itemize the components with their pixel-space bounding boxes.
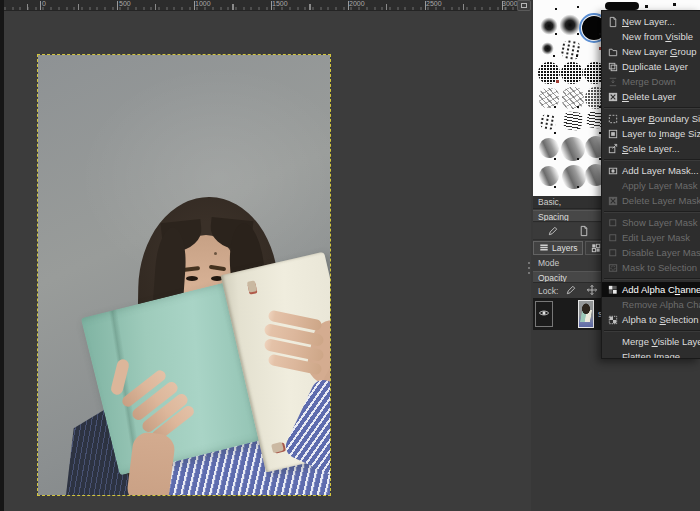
menu-item-label: Add Alpha Channel xyxy=(622,284,700,295)
delete-layer-mask-icon xyxy=(607,195,619,207)
layer-to-image-icon xyxy=(606,128,619,140)
layer-visibility-toggle[interactable] xyxy=(535,301,553,327)
layer-boundary-icon xyxy=(607,113,619,125)
menu-item-remove-alpha-channel: Remove Alpha Channel xyxy=(602,297,700,312)
duplicate-layer-icon xyxy=(606,61,619,73)
menu-item-delete-layer[interactable]: Delete Layer xyxy=(602,89,700,104)
photo-eye-left xyxy=(186,276,198,281)
menu-item-label: Disable Layer Mask xyxy=(622,247,700,258)
layer-to-image-icon xyxy=(607,128,619,140)
scale-layer-icon xyxy=(606,143,619,155)
brush-swatch-dot xyxy=(576,55,578,57)
menu-item-label: Delete Layer Mask xyxy=(622,195,700,206)
menu-item-label: Remove Alpha Channel xyxy=(622,299,700,310)
menu-item-label: New from Visible xyxy=(622,31,693,42)
menu-item-add-alpha-channel[interactable]: Add Alpha Channel xyxy=(602,282,700,297)
menu-item-apply-layer-mask: Apply Layer Mask xyxy=(602,178,700,193)
menu-item-layer-to-image-size[interactable]: Layer to Image Size xyxy=(602,126,700,141)
ruler-label-0: 0 xyxy=(42,0,46,8)
menu-item-duplicate-layer[interactable]: Duplicate Layer xyxy=(602,59,700,74)
mask-to-selection-icon xyxy=(607,262,619,274)
channels-tab-icon xyxy=(590,242,602,254)
menu-item-label: Apply Layer Mask xyxy=(622,180,698,191)
menu-item-label: Show Layer Mask xyxy=(622,217,698,228)
menu-item-label: Layer Boundary Size... xyxy=(622,113,700,124)
brush-swatch-dot xyxy=(554,158,556,160)
brush-swatch-dot xyxy=(555,33,557,35)
brush-swatch-scatter[interactable] xyxy=(559,38,582,61)
layer-boundary-icon xyxy=(606,113,619,125)
menu-separator xyxy=(602,156,700,163)
merge-down-icon xyxy=(606,76,619,88)
menu-item-alpha-to-selection[interactable]: Alpha to Selection xyxy=(602,312,700,327)
new-layer-group-icon xyxy=(607,46,619,58)
edit-brush-icon xyxy=(547,225,559,237)
brush-swatch-vine[interactable] xyxy=(563,111,583,131)
add-alpha-icon xyxy=(607,284,619,296)
dock-resize-grip[interactable] xyxy=(528,262,531,278)
edit-brush-button[interactable] xyxy=(542,224,564,238)
menu-item-flatten-image[interactable]: Flatten Image xyxy=(602,349,700,359)
paintbrush-icon xyxy=(565,284,577,296)
lock-move-toggle[interactable] xyxy=(586,284,598,298)
merge-down-icon xyxy=(607,76,619,88)
checkbox-icon xyxy=(606,232,619,244)
menu-item-show-layer-mask: Show Layer Mask xyxy=(602,215,700,230)
lock-paintbrush-toggle[interactable] xyxy=(565,284,577,298)
layer-thumbnail[interactable] xyxy=(578,300,594,328)
tab-layers[interactable]: Layers xyxy=(533,241,583,255)
menu-item-new-layer-group[interactable]: New Layer Group xyxy=(602,44,700,59)
menu-item-merge-visible-layers[interactable]: Merge Visible Layers... xyxy=(602,334,700,349)
menu-item-disable-layer-mask: Disable Layer Mask xyxy=(602,245,700,260)
brush-swatch-scribble[interactable] xyxy=(562,87,584,109)
menu-item-new-from-visible[interactable]: New from Visible xyxy=(602,29,700,44)
new-layer-icon xyxy=(607,16,619,28)
brush-swatch-dot xyxy=(577,33,579,35)
brush-swatch-scribble[interactable] xyxy=(539,88,559,108)
menu-item-add-layer-mask[interactable]: Add Layer Mask... xyxy=(602,163,700,178)
menu-item-label: Delete Layer xyxy=(622,91,676,102)
menu-item-merge-down: Merge Down xyxy=(602,74,700,89)
alpha-to-selection-icon xyxy=(607,314,619,326)
brush-swatch-stroke[interactable] xyxy=(536,135,562,161)
menu-item-label: Merge Down xyxy=(622,76,676,87)
eye-icon xyxy=(538,307,550,319)
brush-swatch-scatter[interactable] xyxy=(539,113,558,132)
menu-separator xyxy=(602,275,700,282)
menu-item-layer-boundary-size[interactable]: Layer Boundary Size... xyxy=(602,111,700,126)
menu-item-label: Edit Layer Mask xyxy=(622,232,690,243)
menu-separator xyxy=(602,327,700,334)
menu-item-delete-layer-mask: Delete Layer Mask xyxy=(602,193,700,208)
menu-item-label: Scale Layer... xyxy=(622,143,680,154)
brush-swatch-dot xyxy=(554,186,556,188)
menu-separator xyxy=(602,104,700,111)
menu-item-label: Mask to Selection xyxy=(622,262,697,273)
menu-item-scale-layer[interactable]: Scale Layer... xyxy=(602,141,700,156)
add-layer-mask-icon xyxy=(607,165,619,177)
menu-item-new-layer[interactable]: New Layer... xyxy=(602,14,700,29)
menu-item-label: Layer to Image Size xyxy=(622,128,700,139)
layers-tab-icon xyxy=(538,242,550,254)
tab-label: Layers xyxy=(552,243,578,253)
brush-swatch-dot xyxy=(645,5,648,8)
duplicate-layer-icon xyxy=(607,61,619,73)
menu-item-label: Alpha to Selection xyxy=(622,314,699,325)
menu-item-label: Flatten Image xyxy=(622,351,680,359)
brush-swatch-soft[interactable] xyxy=(541,42,554,55)
alpha-to-selection-icon xyxy=(606,314,619,326)
ruler-label-1500: 1500 xyxy=(272,0,288,8)
image-canvas[interactable] xyxy=(4,11,531,511)
ruler-corner-button[interactable] xyxy=(517,0,531,11)
add-layer-mask-icon xyxy=(606,165,619,177)
photo-mole xyxy=(214,252,217,255)
brush-swatch-stroke[interactable] xyxy=(536,163,562,189)
horizontal-ruler[interactable]: 050010001500200025003000 xyxy=(4,0,517,11)
ruler-label-500: 500 xyxy=(119,0,131,8)
checkbox-icon xyxy=(607,217,619,229)
delete-layer-icon xyxy=(607,91,619,103)
brush-swatch-grain[interactable] xyxy=(561,62,583,84)
brush-swatch-dot xyxy=(577,186,579,188)
new-brush-button[interactable] xyxy=(573,224,595,238)
menu-separator xyxy=(602,208,700,215)
checkbox-icon xyxy=(606,217,619,229)
